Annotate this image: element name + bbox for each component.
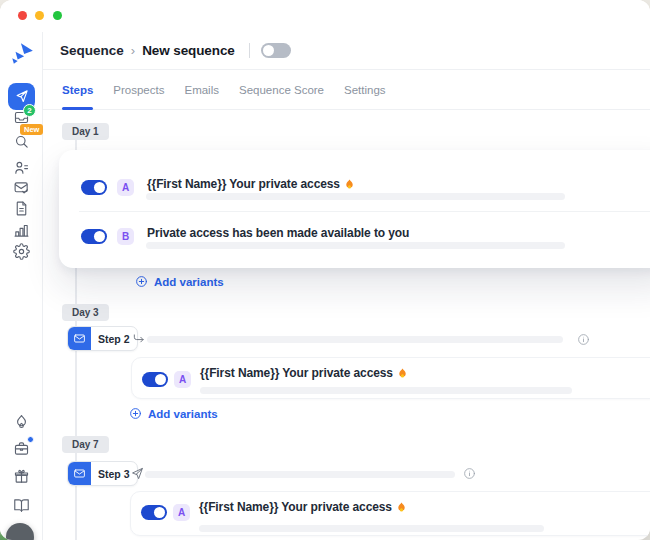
step-2-chip[interactable]: Step 2 — [67, 326, 138, 351]
breadcrumb-separator: › — [131, 43, 135, 58]
variant-a-toggle[interactable] — [81, 180, 107, 195]
gift-icon — [13, 468, 30, 485]
fire-emoji-icon — [344, 178, 355, 190]
variant-a-badge: A — [173, 504, 190, 521]
plus-circle-icon — [129, 407, 142, 420]
send-plane-icon — [130, 467, 144, 481]
variant-a-preview-skeleton — [146, 193, 565, 200]
step-3-info-icon[interactable] — [463, 466, 476, 479]
gear-icon — [13, 243, 30, 260]
add-variants-button-step2[interactable]: Add variants — [129, 407, 218, 420]
variant-b-preview-skeleton — [146, 242, 565, 249]
desktop-background: 2 New — [0, 0, 650, 540]
step-1-variants-card: A {{First Name}} Your private access B P… — [59, 150, 650, 268]
header-divider — [249, 43, 250, 58]
tab-sequence-score[interactable]: Sequence Score — [239, 70, 324, 110]
variant-a-preview-skeleton — [199, 525, 544, 532]
step-3-chip[interactable]: Step 3 — [67, 461, 138, 486]
breadcrumb-root[interactable]: Sequence — [60, 43, 124, 58]
sequence-activate-toggle[interactable] — [261, 43, 291, 58]
variant-b-subject[interactable]: Private access has been made available t… — [147, 226, 409, 240]
window-titlebar — [0, 0, 650, 32]
close-button[interactable] — [18, 11, 27, 20]
variant-a-subject[interactable]: {{First Name}} Your private access — [199, 500, 407, 514]
sidebar: 2 New — [0, 32, 43, 540]
sidebar-item-search[interactable] — [0, 133, 43, 150]
book-icon — [13, 497, 30, 514]
bar-chart-icon — [13, 222, 30, 239]
sidebar-item-contacts[interactable] — [0, 159, 43, 176]
variant-a-badge: A — [117, 179, 134, 196]
inbox-count-badge: 2 — [23, 104, 36, 117]
variant-a-preview-skeleton — [200, 387, 572, 394]
sidebar-item-warmup[interactable] — [0, 413, 43, 430]
tab-prospects[interactable]: Prospects — [113, 70, 164, 110]
step-2-info-icon[interactable] — [577, 332, 590, 345]
new-feature-badge: New — [20, 124, 43, 135]
fire-emoji-icon — [396, 501, 407, 513]
briefcase-notification-dot — [27, 436, 34, 443]
send-icon — [14, 89, 29, 104]
document-icon — [13, 200, 30, 217]
sidebar-item-academy[interactable] — [0, 497, 43, 514]
step-3-variant-card: A {{First Name}} Your private access — [130, 491, 650, 536]
step-2-subject-skeleton — [147, 336, 563, 343]
day-3-label: Day 3 — [62, 304, 109, 321]
plus-circle-icon — [135, 275, 148, 288]
step-2-variant-card: A {{First Name}} Your private access — [131, 357, 650, 399]
variant-b-toggle[interactable] — [81, 229, 107, 244]
breadcrumb-current[interactable]: New sequence — [142, 43, 235, 58]
app-logo-icon — [9, 41, 35, 67]
step-2-label: Step 2 — [91, 327, 137, 350]
fire-emoji-icon — [397, 367, 408, 379]
main-area: Sequence › New sequence Steps Prospects … — [43, 32, 650, 540]
sidebar-item-jobs[interactable] — [0, 440, 43, 457]
day-1-label: Day 1 — [62, 123, 109, 140]
tab-steps[interactable]: Steps — [62, 70, 93, 110]
email-step-iconbox — [68, 327, 91, 350]
variant-a-badge: A — [174, 371, 191, 388]
variant-a-subject[interactable]: {{First Name}} Your private access — [147, 177, 355, 191]
sidebar-item-email-verify[interactable] — [0, 179, 43, 196]
search-icon — [13, 133, 30, 150]
maximize-button[interactable] — [53, 11, 62, 20]
page-header: Sequence › New sequence — [43, 32, 650, 70]
sidebar-item-reports[interactable] — [0, 222, 43, 239]
email-step-iconbox — [68, 462, 91, 485]
tab-emails[interactable]: Emails — [184, 70, 219, 110]
sidebar-item-settings[interactable] — [0, 243, 43, 260]
envelope-icon — [73, 332, 86, 345]
add-variants-button-step1[interactable]: Add variants — [135, 275, 224, 288]
step-3-subject-skeleton — [145, 471, 455, 478]
sidebar-item-rewards[interactable] — [0, 468, 43, 485]
tab-settings[interactable]: Settings — [344, 70, 386, 110]
reply-thread-icon — [132, 332, 146, 346]
flame-icon — [13, 413, 30, 430]
sequence-canvas: Day 1 A {{First Name}} Your private acce… — [43, 110, 650, 540]
variant-a-toggle[interactable] — [141, 505, 167, 520]
minimize-button[interactable] — [35, 11, 44, 20]
variant-b-badge: B — [117, 228, 134, 245]
variant-a-subject[interactable]: {{First Name}} Your private access — [200, 366, 408, 380]
people-list-icon — [13, 159, 30, 176]
sidebar-item-templates[interactable] — [0, 200, 43, 217]
envelope-icon — [73, 467, 86, 480]
briefcase-icon — [13, 440, 30, 457]
mail-check-icon — [13, 179, 30, 196]
app-window: 2 New — [0, 0, 650, 540]
day-7-label: Day 7 — [62, 436, 109, 453]
variant-a-toggle[interactable] — [142, 372, 168, 387]
variant-divider — [79, 211, 650, 212]
tab-bar: Steps Prospects Emails Sequence Score Se… — [43, 70, 650, 110]
